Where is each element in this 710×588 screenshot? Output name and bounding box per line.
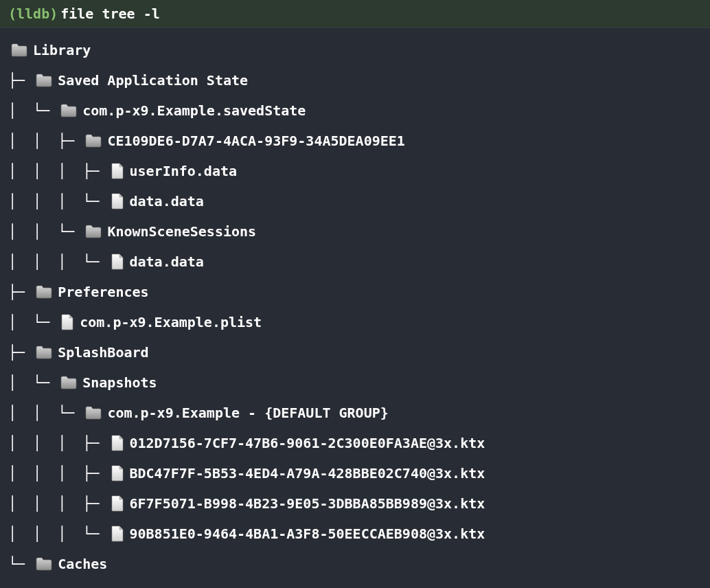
folder-name: Caches: [58, 556, 107, 572]
tree-row: ├─ SplashBoard: [8, 337, 702, 368]
tree-row: ├─ Saved Application State: [8, 65, 702, 95]
folder-name: Library: [33, 42, 91, 58]
tree-prefix: │ │ └─: [8, 223, 82, 240]
folder-name: Snapshots: [82, 374, 157, 391]
folder-name: com.p-x9.Example.savedState: [82, 102, 306, 119]
tree-prefix: │ │ └─: [8, 405, 82, 421]
tree-prefix: └─: [8, 556, 33, 572]
file-icon: [111, 435, 124, 451]
tree-row: └─ Caches: [8, 549, 702, 579]
tree-row: │ │ └─ KnownSceneSessions: [8, 216, 702, 247]
file-icon: [111, 465, 124, 482]
folder-icon: [85, 406, 102, 420]
file-icon: [111, 193, 124, 210]
tree-prefix: │ │ │ ├─: [8, 465, 108, 482]
file-tree-output: Library├─ Saved Application State│ └─ co…: [0, 28, 710, 586]
tree-prefix: │ │ │ ├─: [8, 495, 108, 512]
folder-name: KnownSceneSessions: [107, 223, 256, 240]
file-icon: [111, 525, 124, 542]
file-name: 012D7156-7CF7-47B6-9061-2C300E0FA3AE@3x.…: [130, 435, 485, 451]
prompt-bar[interactable]: (lldb) file tree -l: [0, 0, 710, 28]
file-name: 6F7F5071-B998-4B23-9E05-3DBBA85BB989@3x.…: [130, 495, 485, 512]
folder-name: Saved Application State: [58, 72, 248, 89]
folder-name: com.p-x9.Example - {DEFAULT GROUP}: [107, 405, 388, 421]
tree-prefix: │ └─: [8, 102, 58, 119]
prompt-command: file tree -l: [60, 5, 160, 22]
file-name: data.data: [130, 193, 204, 210]
file-icon: [111, 163, 124, 179]
prompt-label: (lldb): [8, 5, 58, 22]
tree-row: │ │ │ └─ data.data: [8, 247, 702, 277]
folder-icon: [85, 225, 102, 238]
file-icon: [111, 495, 124, 512]
tree-prefix: │ │ ├─: [8, 133, 82, 149]
tree-prefix: │ │ │ └─: [8, 193, 108, 210]
file-name: userInfo.data: [130, 163, 238, 179]
file-name: data.data: [130, 253, 204, 270]
tree-row: │ └─ com.p-x9.Example.savedState: [8, 95, 702, 126]
tree-prefix: ├─: [8, 72, 33, 89]
folder-icon: [60, 104, 77, 117]
file-icon: [60, 314, 74, 330]
file-name: BDC47F7F-5B53-4ED4-A79A-428BBE02C740@3x.…: [130, 465, 485, 482]
tree-row: │ │ │ ├─ BDC47F7F-5B53-4ED4-A79A-428BBE0…: [8, 458, 702, 488]
file-name: com.p-x9.Example.plist: [80, 314, 262, 330]
folder-icon: [36, 557, 52, 571]
tree-row: Library: [8, 35, 702, 65]
tree-row: │ │ │ └─ data.data: [8, 186, 702, 216]
file-icon: [111, 253, 124, 270]
folder-icon: [36, 285, 52, 299]
tree-row: │ │ └─ com.p-x9.Example - {DEFAULT GROUP…: [8, 398, 702, 428]
file-name: 90B851E0-9464-4BA1-A3F8-50EECCAEB908@3x.…: [130, 525, 485, 542]
tree-prefix: │ │ │ ├─: [8, 435, 108, 451]
tree-prefix: │ │ │ ├─: [8, 163, 108, 179]
tree-prefix: │ └─: [8, 314, 58, 330]
folder-name: SplashBoard: [58, 344, 148, 361]
tree-prefix: │ │ │ └─: [8, 525, 108, 542]
tree-prefix: ├─: [8, 344, 33, 361]
folder-icon: [11, 43, 27, 57]
tree-row: │ │ │ ├─ userInfo.data: [8, 156, 702, 186]
folder-name: CE109DE6-D7A7-4ACA-93F9-34A5DEA09EE1: [107, 133, 404, 149]
folder-icon: [36, 346, 52, 359]
tree-row: │ └─ com.p-x9.Example.plist: [8, 307, 702, 337]
folder-icon: [60, 376, 77, 389]
tree-row: │ │ │ ├─ 6F7F5071-B998-4B23-9E05-3DBBA85…: [8, 488, 702, 519]
folder-icon: [85, 134, 102, 148]
tree-row: │ │ │ ├─ 012D7156-7CF7-47B6-9061-2C300E0…: [8, 428, 702, 458]
tree-row: │ └─ Snapshots: [8, 368, 702, 398]
tree-prefix: │ └─: [8, 374, 58, 391]
tree-prefix: ├─: [8, 284, 33, 300]
tree-row: ├─ Preferences: [8, 277, 702, 307]
tree-row: │ │ │ └─ 90B851E0-9464-4BA1-A3F8-50EECCA…: [8, 519, 702, 549]
folder-name: Preferences: [58, 284, 148, 300]
folder-icon: [36, 74, 52, 87]
tree-prefix: │ │ │ └─: [8, 253, 108, 270]
tree-row: │ │ ├─ CE109DE6-D7A7-4ACA-93F9-34A5DEA09…: [8, 126, 702, 156]
